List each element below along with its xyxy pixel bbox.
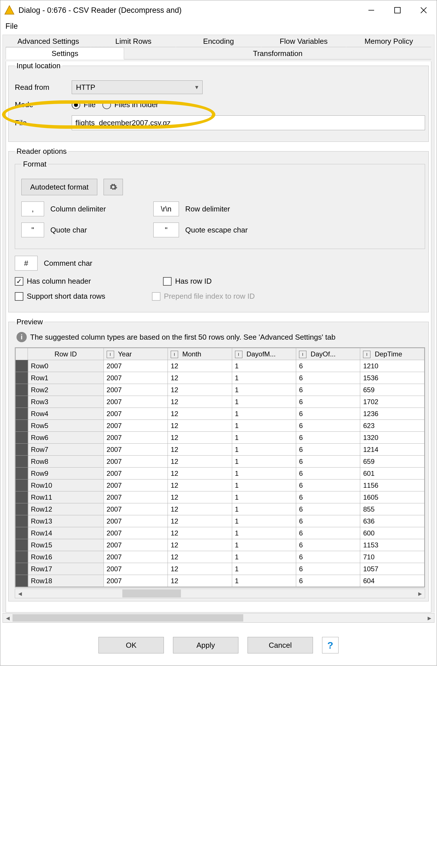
- datatype-icon: I: [363, 351, 371, 358]
- label-read-from: Read from: [15, 83, 72, 92]
- table-row[interactable]: Row6200712161320: [16, 432, 425, 444]
- row-delim-input[interactable]: \r\n: [153, 202, 179, 216]
- panel-h-scrollbar[interactable]: ◂ ▸: [3, 613, 434, 623]
- menu-file[interactable]: File: [5, 22, 18, 30]
- table-row[interactable]: Row15200712161153: [16, 539, 425, 551]
- tab-transformation[interactable]: Transformation: [124, 47, 431, 59]
- col-header[interactable]: I DepTime: [360, 348, 425, 360]
- table-row[interactable]: Row520071216623: [16, 420, 425, 432]
- close-button[interactable]: [411, 0, 437, 20]
- table-row[interactable]: Row10200712161156: [16, 479, 425, 491]
- read-from-select[interactable]: HTTP ▾: [72, 81, 203, 94]
- fieldset-preview: Preview i The suggested column types are…: [8, 317, 429, 601]
- col-header[interactable]: I Year: [104, 348, 168, 360]
- read-from-value: HTTP: [76, 83, 95, 92]
- preview-table[interactable]: Row IDI YearI MonthI DayofM...I DayOf...…: [15, 347, 425, 587]
- legend-reader-options: Reader options: [15, 147, 68, 156]
- table-row[interactable]: Row0200712161210: [16, 360, 425, 372]
- check-has-rowid[interactable]: Has row ID: [163, 277, 212, 286]
- scroll-left-icon[interactable]: ◂: [3, 614, 12, 622]
- datatype-icon: I: [107, 351, 114, 358]
- ok-button[interactable]: OK: [98, 637, 164, 653]
- tab-encoding[interactable]: Encoding: [176, 35, 261, 47]
- file-input[interactable]: flights_december2007.csv.gz: [72, 115, 425, 130]
- comment-input[interactable]: #: [15, 256, 37, 271]
- table-row[interactable]: Row1220071216855: [16, 503, 425, 515]
- window-title: Dialog - 0:676 - CSV Reader (Decompress …: [19, 6, 358, 15]
- tab-advanced-settings[interactable]: Advanced Settings: [6, 35, 91, 47]
- table-row[interactable]: Row1200712161536: [16, 372, 425, 384]
- table-row[interactable]: Row820071216659: [16, 456, 425, 468]
- app-icon: [4, 5, 14, 16]
- label-quote: Quote char: [50, 226, 147, 235]
- titlebar: Dialog - 0:676 - CSV Reader (Decompress …: [0, 0, 437, 20]
- radio-mode-file[interactable]: File: [72, 100, 96, 109]
- legend-format: Format: [21, 160, 48, 168]
- svg-rect-2: [395, 7, 400, 13]
- col-delim-input[interactable]: ,: [21, 202, 44, 216]
- help-button[interactable]: ?: [322, 637, 339, 653]
- label-mode: Mode: [15, 100, 72, 109]
- tab-settings[interactable]: Settings: [6, 47, 124, 59]
- scroll-left-icon[interactable]: ◂: [15, 589, 25, 598]
- radio-mode-files-in-folder[interactable]: Files in folder: [103, 100, 158, 109]
- table-row[interactable]: Row1820071216604: [16, 575, 425, 587]
- table-row[interactable]: Row920071216601: [16, 468, 425, 479]
- datatype-icon: I: [235, 351, 242, 358]
- col-header[interactable]: I DayofM...: [232, 348, 296, 360]
- check-support-short[interactable]: Support short data rows: [15, 292, 105, 301]
- fieldset-format: Format Autodetect format , Column delimi…: [15, 160, 425, 249]
- label-col-delim: Column delimiter: [50, 205, 147, 213]
- preview-note-text: The suggested column types are based on …: [30, 333, 336, 342]
- legend-preview: Preview: [15, 317, 45, 326]
- check-prepend-index: Prepend file index to row ID: [152, 292, 255, 301]
- tab-flow-variables[interactable]: Flow Variables: [261, 35, 346, 47]
- col-header[interactable]: I Month: [168, 348, 232, 360]
- table-row[interactable]: Row1620071216710: [16, 551, 425, 563]
- table-row[interactable]: Row220071216659: [16, 384, 425, 396]
- table-row[interactable]: Row11200712161605: [16, 491, 425, 503]
- datatype-icon: I: [171, 351, 178, 358]
- svg-marker-0: [5, 6, 14, 14]
- preview-h-scrollbar[interactable]: ◂ ▸: [15, 589, 425, 598]
- chevron-down-icon: ▾: [195, 84, 198, 91]
- minimize-button[interactable]: [358, 0, 384, 20]
- col-rowmark: [16, 348, 28, 360]
- table-row[interactable]: Row1420071216600: [16, 527, 425, 539]
- col-header[interactable]: Row ID: [28, 348, 104, 360]
- maximize-button[interactable]: [384, 0, 411, 20]
- quote-esc-input[interactable]: ": [153, 222, 179, 237]
- table-row[interactable]: Row3200712161702: [16, 396, 425, 408]
- fieldset-reader-options: Reader options Format Autodetect format …: [8, 147, 429, 312]
- table-row[interactable]: Row7200712161214: [16, 444, 425, 456]
- apply-button[interactable]: Apply: [173, 637, 238, 653]
- check-has-header[interactable]: ✓Has column header: [15, 277, 91, 286]
- scroll-right-icon[interactable]: ▸: [415, 589, 425, 598]
- cancel-button[interactable]: Cancel: [247, 637, 313, 653]
- table-row[interactable]: Row1320071216636: [16, 515, 425, 527]
- table-row[interactable]: Row4200712161236: [16, 408, 425, 420]
- table-row[interactable]: Row17200712161057: [16, 563, 425, 575]
- label-comment: Comment char: [44, 259, 92, 268]
- label-quote-esc: Quote escape char: [185, 226, 248, 235]
- fieldset-input-location: Input location Read from HTTP ▾ Mode Fil…: [8, 61, 429, 142]
- scroll-right-icon[interactable]: ▸: [425, 614, 434, 622]
- quote-input[interactable]: ": [21, 222, 44, 237]
- datatype-icon: I: [299, 351, 307, 358]
- legend-input-location: Input location: [15, 61, 62, 70]
- autodetect-settings-button[interactable]: [104, 179, 123, 195]
- tab-memory-policy[interactable]: Memory Policy: [346, 35, 431, 47]
- label-file: File: [15, 119, 72, 127]
- autodetect-button[interactable]: Autodetect format: [21, 179, 97, 195]
- col-header[interactable]: I DayOf...: [296, 348, 360, 360]
- label-row-delim: Row delimiter: [185, 205, 230, 213]
- info-icon: i: [17, 332, 27, 342]
- gear-icon: [109, 183, 117, 191]
- tab-limit-rows[interactable]: Limit Rows: [91, 35, 176, 47]
